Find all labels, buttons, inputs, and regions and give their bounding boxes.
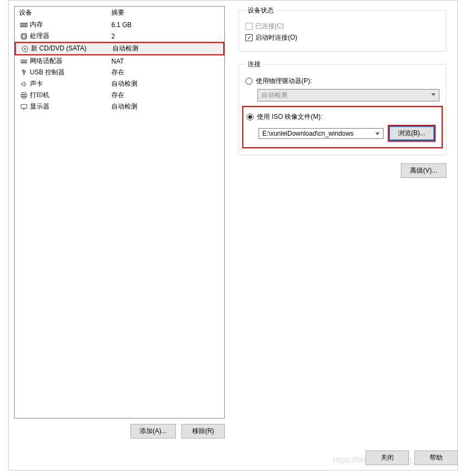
svg-point-31 [25,71,26,72]
connect-poweron-checkbox-row[interactable]: ✓ 启动时连接(O) [245,33,439,42]
iso-section-highlight: 使用 ISO 映像文件(M): E:\xunleiDownload\cn_win… [242,106,443,148]
help-button[interactable]: 帮助 [414,450,458,465]
settings-dialog: 设备 摘要 内存 6.1 GB 处理器 2 新 CD/DVD (SATA) 自动 [8,0,458,471]
row-memory[interactable]: 内存 6.1 GB [15,19,224,30]
right-panel: 设备状态 已连接(C) ✓ 启动时连接(O) 连接 使用物理驱动器(P): 自动… [236,6,449,444]
row-printer[interactable]: 打印机 存在 [15,90,224,101]
browse-button[interactable]: 浏览(B)... [389,126,434,141]
row-sound[interactable]: 声卡 自动检测 [15,78,224,90]
iso-file-combo[interactable]: E:\xunleiDownload\cn_windows [259,128,383,139]
connected-label: 已连接(C) [255,22,284,31]
device-summary: 存在 [111,91,220,100]
physical-drive-combo[interactable]: 自动检测 [257,89,439,101]
device-summary: 自动检测 [111,102,220,111]
device-summary: NAT [111,58,220,65]
row-cpu[interactable]: 处理器 2 [15,30,224,42]
sound-icon [19,80,29,88]
header-device: 设备 [19,8,111,17]
svg-rect-8 [22,35,25,37]
close-button[interactable]: 关闭 [366,450,409,465]
dialog-content: 设备 摘要 内存 6.1 GB 处理器 2 新 CD/DVD (SATA) 自动 [9,1,457,444]
device-summary: 2 [111,33,220,40]
checkbox-icon [245,23,253,30]
row-network[interactable]: 网络适配器 NAT [15,55,224,67]
memory-icon [19,21,29,29]
connected-checkbox-row[interactable]: 已连接(C) [245,22,439,31]
checkbox-icon: ✓ [245,34,253,41]
device-summary: 6.1 GB [111,21,220,29]
device-summary: 存在 [111,68,220,77]
device-name: 处理器 [30,31,111,41]
advanced-row: 高级(V)... [238,163,446,178]
display-icon [19,103,29,111]
device-name: 内存 [30,20,111,29]
usb-icon [19,68,29,77]
iso-radio[interactable]: 使用 ISO 映像文件(M): [247,112,438,122]
left-buttons: 添加(A)... 移除(R) [14,418,225,444]
device-status-group: 设备状态 已连接(C) ✓ 启动时连接(O) [238,6,446,52]
device-name: USB 控制器 [30,68,111,77]
row-cddvd[interactable]: 新 CD/DVD (SATA) 自动检测 [15,42,224,55]
device-list[interactable]: 设备 摘要 内存 6.1 GB 处理器 2 新 CD/DVD (SATA) 自动 [14,6,225,418]
device-name: 打印机 [30,91,111,100]
svg-rect-30 [22,69,23,71]
bottom-buttons: 关闭 帮助 [366,450,458,465]
device-summary: 自动检测 [111,79,220,88]
device-name: 新 CD/DVD (SATA) [31,44,112,53]
radio-icon [247,113,254,120]
connection-group: 连接 使用物理驱动器(P): 自动检测 使用 ISO 映像文件(M): E:\x… [238,60,446,155]
physical-drive-radio[interactable]: 使用物理驱动器(P): [245,77,439,86]
remove-button[interactable]: 移除(R) [181,424,225,439]
device-name: 网络适配器 [30,56,111,66]
add-button[interactable]: 添加(A)... [130,424,176,439]
svg-point-21 [22,46,28,52]
radio-icon [245,78,253,85]
device-name: 声卡 [30,79,111,88]
advanced-button[interactable]: 高级(V)... [401,163,446,178]
browse-highlight: 浏览(B)... [388,125,436,142]
cpu-icon [19,32,29,41]
header-summary: 摘要 [111,8,220,17]
iso-input-row: E:\xunleiDownload\cn_windows 浏览(B)... [259,125,438,142]
iso-label: 使用 ISO 映像文件(M): [257,112,323,122]
left-panel: 设备 摘要 内存 6.1 GB 处理器 2 新 CD/DVD (SATA) 自动 [14,6,225,444]
disc-icon [20,45,30,53]
row-display[interactable]: 显示器 自动检测 [15,101,224,112]
svg-rect-24 [22,61,25,62]
device-name: 显示器 [30,102,111,111]
svg-rect-32 [22,92,26,94]
device-status-legend: 设备状态 [245,6,276,15]
device-summary: 自动检测 [112,44,219,53]
row-usb[interactable]: USB 控制器 存在 [15,67,224,78]
connection-legend: 连接 [245,60,263,69]
physical-drive-label: 使用物理驱动器(P): [256,77,312,86]
svg-rect-35 [21,104,27,108]
connect-poweron-label: 启动时连接(O) [255,33,297,42]
list-header: 设备 摘要 [15,7,224,19]
network-icon [19,57,29,66]
svg-point-22 [24,48,26,49]
printer-icon [19,91,29,100]
